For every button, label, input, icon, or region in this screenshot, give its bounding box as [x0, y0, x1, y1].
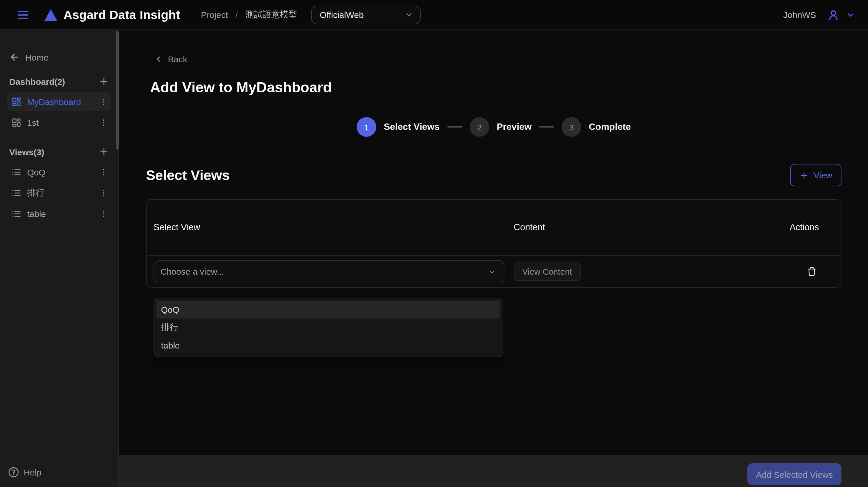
back-label: Back: [168, 54, 187, 64]
user-menu[interactable]: JohnWS: [783, 9, 855, 21]
sidebar-item-ranking[interactable]: 排行: [7, 184, 112, 202]
sidebar-section-dashboard-label: Dashboard(2): [9, 76, 65, 86]
dropdown-option-table[interactable]: table: [156, 336, 500, 354]
actions-cell: [771, 267, 834, 277]
view-row: Choose a view... View Content: [147, 256, 841, 287]
card-header-row: Select View Content Actions: [147, 200, 841, 256]
sidebar-home-label: Home: [25, 52, 49, 62]
step-label: Select Views: [384, 122, 439, 132]
sidebar-help-link[interactable]: Help: [8, 467, 41, 478]
add-view-button[interactable]: View: [790, 164, 842, 186]
main-content: Back Add View to MyDashboard 1 Select Vi…: [119, 30, 868, 455]
dashboard-icon: [11, 118, 21, 127]
step-number-badge: 3: [562, 117, 581, 137]
user-name: JohnWS: [783, 10, 816, 20]
view-select-dropdown: QoQ 排行 table: [154, 298, 503, 357]
breadcrumb-current[interactable]: 測試語意模型: [245, 9, 297, 20]
step-label: Complete: [589, 122, 631, 132]
menu-icon[interactable]: [16, 8, 30, 22]
sidebar-home-link[interactable]: Home: [9, 52, 112, 62]
sidebar-item-label: 1st: [27, 118, 99, 127]
page-title: Add View to MyDashboard: [150, 79, 841, 96]
column-header-content: Content: [514, 222, 771, 232]
list-icon: [11, 188, 21, 198]
topbar: Asgard Data Insight Project / 測試語意模型 Off…: [0, 0, 868, 30]
step-connector: [539, 126, 554, 128]
sidebar-item-label: table: [27, 208, 99, 218]
breadcrumb-separator: /: [236, 10, 238, 20]
sidebar-item-label: MyDashboard: [27, 97, 99, 106]
chevron-left-icon: [154, 55, 163, 63]
dropdown-option-ranking[interactable]: 排行: [156, 319, 500, 336]
step-number-badge: 2: [469, 117, 489, 137]
step-number-badge: 1: [356, 117, 376, 137]
view-select[interactable]: Choose a view...: [154, 260, 504, 283]
plus-icon[interactable]: [99, 147, 109, 157]
sidebar-section-views: Views(3): [9, 147, 109, 157]
step-preview: 2 Preview: [469, 117, 531, 137]
kebab-menu-icon[interactable]: [99, 209, 108, 218]
stepper: 1 Select Views 2 Preview 3 Complete: [146, 117, 841, 137]
step-select-views: 1 Select Views: [356, 117, 439, 137]
trash-icon[interactable]: [807, 267, 817, 277]
step-label: Preview: [497, 122, 531, 132]
sidebar-help-label: Help: [24, 467, 41, 477]
sidebar-item-label: 排行: [27, 187, 99, 198]
view-select-value: Choose a view...: [160, 267, 224, 277]
workspace-select-value: OfficialWeb: [320, 10, 364, 20]
step-connector: [447, 126, 462, 128]
add-selected-views-button[interactable]: Add Selected Views: [747, 463, 841, 485]
arrow-left-icon: [9, 52, 20, 62]
plus-icon[interactable]: [99, 76, 109, 87]
logo-triangle-icon: [44, 8, 58, 21]
dropdown-option-qoq[interactable]: QoQ: [156, 301, 500, 319]
dashboard-icon: [11, 97, 21, 106]
back-button[interactable]: Back: [154, 54, 187, 64]
sidebar-item-mydashboard[interactable]: MyDashboard: [7, 92, 112, 111]
column-header-select-view: Select View: [154, 222, 514, 232]
kebab-menu-icon[interactable]: [99, 97, 108, 106]
sidebar-item-table[interactable]: table: [7, 204, 112, 223]
kebab-menu-icon[interactable]: [99, 168, 108, 176]
sidebar-item-qoq[interactable]: QoQ: [7, 163, 112, 181]
kebab-menu-icon[interactable]: [99, 188, 108, 197]
sidebar-item-1st[interactable]: 1st: [7, 113, 112, 132]
breadcrumb: Project / 測試語意模型: [201, 9, 297, 20]
sidebar-section-dashboard: Dashboard(2): [9, 76, 109, 87]
section-title: Select Views: [146, 167, 230, 183]
help-icon: [8, 467, 19, 478]
user-icon: [828, 9, 839, 21]
app-window: Asgard Data Insight Project / 測試語意模型 Off…: [0, 0, 868, 487]
add-view-button-label: View: [814, 170, 833, 180]
kebab-menu-icon[interactable]: [99, 118, 108, 127]
sidebar-item-label: QoQ: [27, 167, 99, 177]
column-header-actions: Actions: [771, 222, 834, 232]
view-content-button[interactable]: View Content: [514, 262, 581, 281]
list-icon: [11, 167, 21, 177]
workspace-select[interactable]: OfficialWeb: [311, 5, 421, 24]
sidebar-scrollbar[interactable]: [116, 31, 119, 150]
list-icon: [11, 208, 21, 218]
select-views-card: Select View Content Actions Choose a vie…: [146, 199, 841, 288]
plus-icon: [799, 170, 809, 180]
breadcrumb-project[interactable]: Project: [201, 10, 228, 20]
sidebar: Home Dashboard(2) MyDashboard 1st: [0, 30, 119, 487]
chevron-down-icon: [846, 10, 855, 19]
step-complete: 3 Complete: [562, 117, 631, 137]
app-title: Asgard Data Insight: [63, 8, 180, 22]
footer-bar: Add Selected Views: [119, 455, 868, 487]
sidebar-section-views-label: Views(3): [9, 147, 44, 157]
content-cell: View Content: [514, 262, 771, 281]
chevron-down-icon: [405, 10, 413, 19]
chevron-down-icon: [488, 267, 496, 276]
section-header-row: Select Views View: [146, 164, 841, 186]
